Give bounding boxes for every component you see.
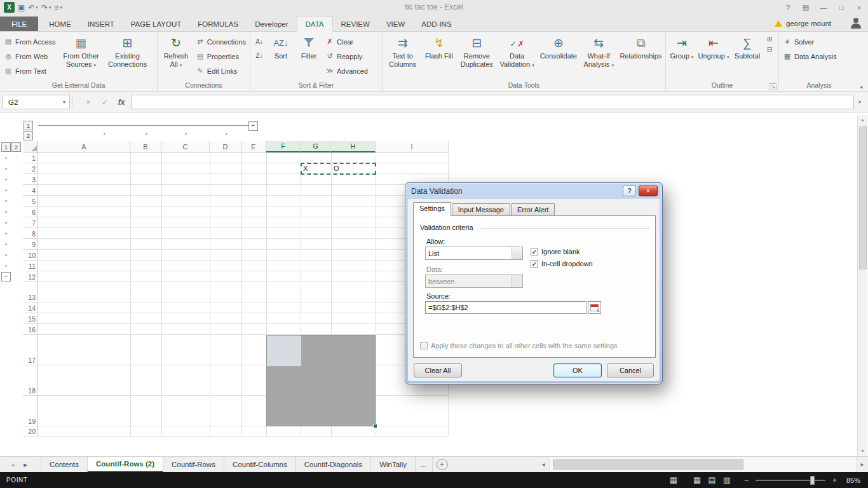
clear-all-button[interactable]: Clear All [414, 363, 462, 377]
source-input[interactable]: =$G$2:$H$2 [425, 301, 587, 314]
tab-view[interactable]: VIEW [378, 17, 413, 31]
zoom-slider[interactable] [756, 480, 825, 481]
grid-icon[interactable]: ▦ [670, 476, 677, 485]
row-header[interactable]: 6 [23, 207, 38, 217]
enter-entry-icon[interactable]: ✓ [97, 98, 113, 107]
checkbox-checked-icon[interactable]: ✓ [531, 260, 538, 268]
from-other-sources-button[interactable]: ▦ From Other Sources ▾ [58, 32, 104, 81]
cancel-entry-icon[interactable]: × [80, 98, 97, 107]
what-if-analysis-button[interactable]: ⇆ What-If Analysis ▾ [580, 32, 618, 81]
allow-dropdown[interactable]: List [425, 247, 523, 260]
consolidate-button[interactable]: ⊕ Consolidate [537, 32, 580, 81]
row-header[interactable]: 7 [23, 217, 38, 228]
zoom-in-icon[interactable]: + [832, 476, 837, 485]
zoom-out-icon[interactable]: − [744, 476, 749, 485]
zoom-level[interactable]: 85% [846, 477, 860, 484]
normal-view-icon[interactable]: ▦ [693, 476, 701, 485]
column-header-h[interactable]: H [331, 141, 376, 152]
in-cell-dropdown-checkbox[interactable]: ✓ In-cell dropdown [531, 260, 593, 268]
sheet-tab-countif-diagonals[interactable]: Countif-Diagonals [296, 457, 371, 472]
customize-quick-access-icon[interactable]: ≡ [55, 3, 59, 13]
row-outline-collapse-button[interactable]: − [1, 272, 11, 281]
sheet-tab-wintally[interactable]: WinTally [371, 457, 416, 472]
filter-button[interactable]: Filter [295, 32, 323, 81]
ok-button[interactable]: OK [553, 363, 602, 377]
row-header[interactable]: 8 [23, 228, 38, 239]
dialog-tab-input-message[interactable]: Input Message [452, 203, 510, 216]
sort-ascending-button[interactable]: A↓ [252, 34, 267, 48]
row-header[interactable]: 3 [23, 174, 38, 185]
text-to-columns-button[interactable]: ⇉ Text to Columns [384, 32, 421, 81]
horizontal-scrollbar-thumb[interactable] [553, 459, 743, 470]
tab-page-layout[interactable]: PAGE LAYOUT [123, 17, 189, 31]
maximize-icon[interactable]: □ [832, 4, 850, 11]
row-header[interactable]: 4 [23, 185, 38, 196]
from-access-button[interactable]: ▤From Access [1, 34, 58, 49]
column-header-c[interactable]: C [161, 141, 210, 152]
relationships-button[interactable]: ⧉ Relationships [618, 32, 664, 81]
select-all-corner[interactable] [23, 141, 38, 152]
name-box-caret-icon[interactable]: ▾ [59, 99, 69, 105]
scroll-down-icon[interactable]: ▾ [858, 446, 867, 456]
tab-review[interactable]: REVIEW [333, 17, 378, 31]
excel-logo-icon[interactable]: X [4, 2, 15, 13]
undo-caret-icon[interactable]: ▾ [36, 5, 38, 10]
show-detail-button[interactable]: ⊞ [764, 34, 775, 44]
row-header[interactable]: 13 [23, 282, 38, 302]
refresh-all-button[interactable]: ↻ Refresh All ▾ [159, 32, 193, 81]
column-header-f[interactable]: F [266, 141, 301, 152]
close-icon[interactable]: × [850, 4, 868, 11]
column-outline-level-1-button[interactable]: 1 [24, 121, 33, 130]
collapse-ribbon-icon[interactable]: ▴ [860, 83, 863, 90]
scroll-right-icon[interactable]: ▸ [857, 457, 868, 472]
from-text-button[interactable]: ▥From Text [1, 64, 58, 78]
sheet-nav-right-icon[interactable]: ▸ [19, 457, 32, 472]
tab-home[interactable]: HOME [41, 17, 79, 31]
row-outline-level-2-button[interactable]: 2 [11, 142, 21, 152]
data-validation-button[interactable]: ✓✗ Data Validation ▾ [497, 32, 537, 81]
dialog-tab-settings[interactable]: Settings [413, 202, 451, 216]
help-icon[interactable]: ? [779, 4, 797, 11]
minimize-icon[interactable]: — [815, 4, 832, 11]
dialog-help-icon[interactable]: ? [623, 186, 636, 196]
row-header[interactable]: 15 [23, 313, 38, 324]
column-outline-level-2-button[interactable]: 2 [24, 131, 33, 140]
reapply-button[interactable]: ↺Reapply [323, 49, 370, 64]
sheet-nav-left-icon[interactable]: ◂ [6, 457, 19, 472]
redo-icon[interactable]: ↷ [41, 3, 48, 13]
ribbon-display-options-icon[interactable]: ▤ [797, 3, 815, 11]
dropdown-arrow-icon[interactable] [512, 247, 522, 259]
tab-add-ins[interactable]: ADD-INS [413, 17, 459, 31]
group-button[interactable]: ⇥ Group ▾ [667, 32, 696, 81]
subtotal-button[interactable]: ∑ Subtotal [731, 32, 764, 81]
column-header-d[interactable]: D [210, 141, 241, 152]
row-header[interactable]: 5 [23, 196, 38, 207]
vertical-scrollbar[interactable]: ▴ ▾ [857, 115, 867, 456]
hide-detail-button[interactable]: ⊟ [764, 44, 775, 55]
column-outline-collapse-button[interactable]: − [248, 121, 258, 131]
row-header[interactable]: 2 [23, 163, 38, 174]
formula-bar-splitter[interactable] [72, 97, 78, 108]
solver-button[interactable]: ∗Solver [780, 34, 839, 49]
dialog-title-bar[interactable]: Data Validation ? × [405, 183, 662, 199]
column-header-a[interactable]: A [38, 141, 130, 152]
name-box[interactable]: G2 ▾ [3, 95, 70, 109]
column-header-b[interactable]: B [130, 141, 161, 152]
edit-links-button[interactable]: ✎Edit Links [193, 64, 248, 78]
row-header[interactable]: 12 [23, 271, 38, 282]
sheet-tab-countif-rows[interactable]: Countif-Rows [163, 457, 224, 472]
cell-h2[interactable]: O [334, 165, 339, 172]
advanced-button[interactable]: ≫Advanced [323, 64, 370, 78]
column-header-i[interactable]: I [376, 141, 449, 152]
undo-icon[interactable]: ↶ [28, 3, 34, 13]
properties-button[interactable]: ▤Properties [193, 49, 248, 64]
zoom-slider-thumb[interactable] [810, 476, 815, 485]
tic-tac-toe-board-range[interactable] [266, 335, 376, 426]
row-header[interactable]: 16 [23, 324, 38, 335]
row-header[interactable]: 1 [23, 152, 38, 163]
ignore-blank-checkbox[interactable]: ✓ Ignore blank [531, 248, 580, 255]
outline-dialog-launcher-icon[interactable]: ↘ [770, 83, 776, 90]
dialog-tab-error-alert[interactable]: Error Alert [511, 203, 555, 216]
tab-file[interactable]: FILE [0, 17, 38, 31]
worksheet-grid[interactable]: X O [38, 152, 449, 437]
